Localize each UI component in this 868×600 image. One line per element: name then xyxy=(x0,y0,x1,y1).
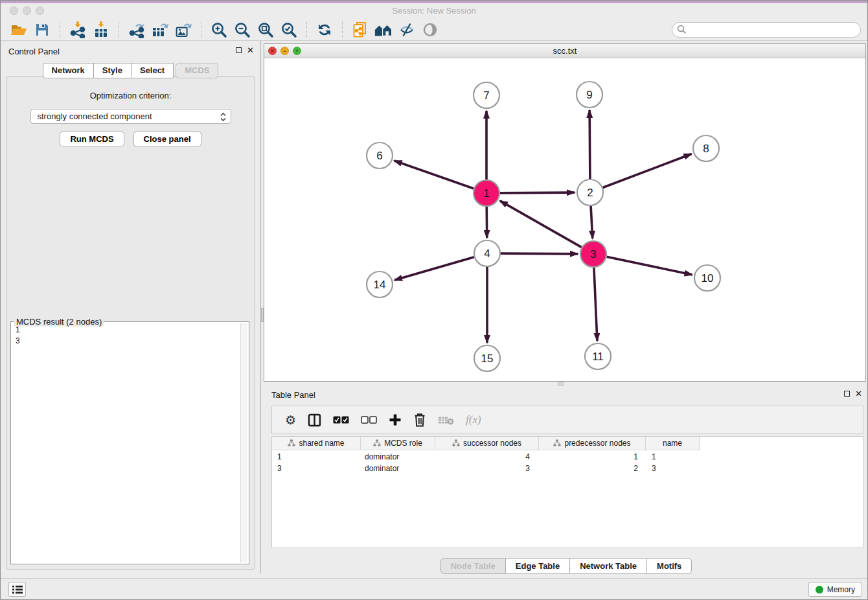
edge-4-14[interactable] xyxy=(394,257,474,281)
edge-1-6[interactable] xyxy=(394,161,474,189)
node-9[interactable]: 9 xyxy=(577,82,602,108)
tab-edge-table[interactable]: Edge Table xyxy=(506,558,570,574)
show-all-networks-icon[interactable] xyxy=(374,20,393,40)
node-3[interactable]: 3 xyxy=(580,241,606,267)
clone-network-icon[interactable] xyxy=(350,20,370,40)
node-7[interactable]: 7 xyxy=(474,82,499,108)
column-header-predecessor-nodes[interactable]: predecessor nodes xyxy=(539,437,646,450)
tab-mcds[interactable]: MCDS xyxy=(176,63,218,78)
save-session-icon[interactable] xyxy=(32,20,52,40)
network-close-button[interactable]: ✕ xyxy=(268,47,277,55)
toggle-style-icon[interactable] xyxy=(397,20,417,40)
import-network-icon[interactable] xyxy=(68,20,87,40)
table-cell[interactable]: 1 xyxy=(646,452,700,461)
node-10[interactable]: 10 xyxy=(694,265,720,291)
add-column-plus-icon[interactable] xyxy=(389,413,402,426)
minimize-window-button[interactable] xyxy=(23,6,31,15)
optimization-criterion-select[interactable]: strongly connected component xyxy=(30,109,231,124)
close-panel-icon[interactable]: ✕ xyxy=(247,47,254,54)
zoom-fit-icon[interactable] xyxy=(256,20,275,40)
function-builder-icon[interactable]: f(x) xyxy=(466,413,481,426)
memory-button[interactable]: Memory xyxy=(808,582,862,597)
edge-1-2[interactable] xyxy=(500,192,575,193)
table-row[interactable]: 3dominator323 xyxy=(272,463,700,474)
export-image-icon[interactable] xyxy=(174,20,193,40)
network-minimize-button[interactable]: − xyxy=(280,47,289,55)
column-header-successor-nodes[interactable]: successor nodes xyxy=(435,437,539,450)
float-panel-icon[interactable] xyxy=(236,47,242,53)
close-window-button[interactable] xyxy=(10,6,18,15)
column-header-shared-name[interactable]: shared name xyxy=(272,437,361,450)
import-table-icon[interactable] xyxy=(91,20,111,40)
edge-2-9[interactable] xyxy=(589,110,590,179)
network-maximize-button[interactable]: + xyxy=(293,47,301,55)
tab-network-table[interactable]: Network Table xyxy=(570,558,647,574)
table-cell[interactable]: 4 xyxy=(435,452,539,461)
node-14[interactable]: 14 xyxy=(367,271,393,297)
column-header-mcds-role[interactable]: MCDS role xyxy=(361,437,435,450)
node-4[interactable]: 4 xyxy=(474,240,500,266)
result-scrollbar[interactable] xyxy=(240,323,247,562)
table-cell[interactable]: 3 xyxy=(646,464,700,473)
deselect-all-icon[interactable] xyxy=(361,416,377,424)
export-table-icon[interactable] xyxy=(150,20,170,40)
delete-table-icon[interactable] xyxy=(438,415,454,425)
mcds-result-text[interactable]: 1 3 xyxy=(16,325,237,561)
zoom-selected-icon[interactable] xyxy=(279,20,299,40)
edge-3-11[interactable] xyxy=(594,268,597,341)
edge-3-1[interactable] xyxy=(500,201,582,248)
table-cell[interactable]: 1 xyxy=(272,452,361,461)
tab-motifs[interactable]: Motifs xyxy=(647,558,692,574)
tab-style[interactable]: Style xyxy=(94,63,131,78)
network-window-titlebar[interactable]: scc.txt ✕ − + xyxy=(264,44,865,58)
zoom-window-button[interactable] xyxy=(36,6,44,15)
column-header-name[interactable]: name xyxy=(646,437,700,450)
edge-4-3[interactable] xyxy=(501,253,578,254)
column-selector-icon[interactable] xyxy=(308,413,321,427)
export-network-icon[interactable] xyxy=(127,20,146,40)
node-8[interactable]: 8 xyxy=(693,135,719,161)
close-table-panel-icon[interactable]: ✕ xyxy=(855,390,862,397)
network-canvas[interactable]: 7968124314101511 xyxy=(264,58,865,381)
table-settings-gear-icon[interactable]: ⚙ xyxy=(285,413,296,426)
refresh-layout-icon[interactable] xyxy=(315,20,334,40)
table-cell[interactable]: dominator xyxy=(361,452,435,461)
open-session-icon[interactable] xyxy=(9,20,29,40)
table-cell[interactable]: 3 xyxy=(435,464,539,473)
tab-select[interactable]: Select xyxy=(131,63,174,78)
status-bar: Memory xyxy=(1,578,867,599)
node-11[interactable]: 11 xyxy=(585,343,611,369)
zoom-in-icon[interactable] xyxy=(209,20,229,40)
edge-2-3[interactable] xyxy=(591,206,593,238)
task-history-button[interactable] xyxy=(8,582,26,597)
network-graph[interactable]: 7968124314101511 xyxy=(264,58,865,381)
edge-2-8[interactable] xyxy=(603,154,692,188)
table-cell[interactable]: 2 xyxy=(539,464,646,473)
edge-3-10[interactable] xyxy=(607,257,692,275)
table-cell[interactable]: 3 xyxy=(272,464,361,473)
show-hide-eye-icon[interactable] xyxy=(420,20,440,40)
tab-network[interactable]: Network xyxy=(43,63,94,78)
table-cell[interactable]: dominator xyxy=(361,464,435,473)
search-box[interactable] xyxy=(672,22,861,38)
node-2[interactable]: 2 xyxy=(577,179,603,205)
table-toolbar: ⚙ f(x) xyxy=(271,406,863,434)
search-input[interactable] xyxy=(690,25,856,34)
svg-text:9: 9 xyxy=(586,89,592,101)
run-mcds-button[interactable]: Run MCDS xyxy=(60,132,124,146)
horizontal-splitter-handle[interactable] xyxy=(558,382,564,386)
node-15[interactable]: 15 xyxy=(474,345,500,371)
zoom-out-icon[interactable] xyxy=(233,20,252,40)
control-panel-tabs: Network Style Select MCDS xyxy=(1,63,260,78)
app-window: Session: New Session xyxy=(0,0,868,600)
delete-column-trash-icon[interactable] xyxy=(413,413,426,427)
table-row[interactable]: 1dominator411 xyxy=(272,452,700,462)
tab-node-table[interactable]: Node Table xyxy=(440,558,506,574)
node-1[interactable]: 1 xyxy=(474,180,499,206)
table-cell[interactable]: 1 xyxy=(539,452,646,461)
float-table-panel-icon[interactable] xyxy=(844,391,850,397)
node-6[interactable]: 6 xyxy=(367,143,393,168)
select-all-icon[interactable] xyxy=(333,416,349,424)
close-panel-button[interactable]: Close panel xyxy=(133,132,201,146)
edge-1-4[interactable] xyxy=(486,207,487,238)
